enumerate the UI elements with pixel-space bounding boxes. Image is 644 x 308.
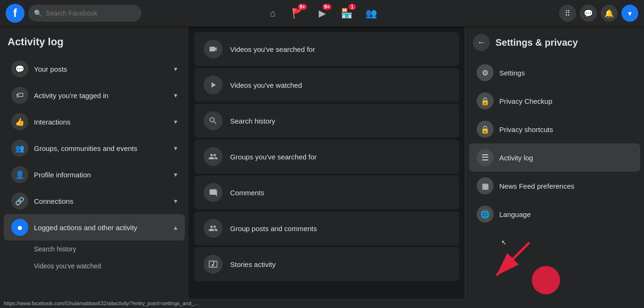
content-item-stories-activity[interactable]: Stories activity	[194, 247, 459, 281]
nav-home[interactable]: ⌂	[262, 2, 284, 25]
sidebar-item-label: Activity you're tagged in	[34, 92, 168, 100]
settings-icon: ⚙	[477, 64, 494, 81]
search-box[interactable]: 🔍	[28, 5, 141, 22]
sidebar-item-label: Profile information	[34, 171, 168, 179]
groups-sidebar-icon: 👥	[11, 140, 28, 157]
apps-button[interactable]: ⠿	[559, 5, 576, 22]
your-posts-icon: 💬	[11, 60, 28, 77]
content-item-label: Search history	[230, 117, 275, 125]
red-arrow-annotation: ↖	[473, 238, 567, 294]
right-panel-title: Settings & privacy	[495, 37, 578, 48]
activity-tagged-icon: 🏷	[11, 87, 28, 104]
right-panel-item-privacy-shortcuts[interactable]: 🔒 Privacy shortcuts	[469, 115, 640, 143]
news-feed-label: News Feed preferences	[499, 182, 574, 190]
content-item-label: Comments	[230, 189, 264, 197]
svg-line-0	[496, 242, 529, 275]
nav-watch[interactable]: ▶ 9+	[311, 2, 333, 25]
topnav-center: ⌂ 🚩 9+ ▶ 9+ 🏪 1 👥	[262, 2, 382, 25]
sidebar-item-groups[interactable]: 👥 Groups, communities and events ▾	[4, 135, 185, 161]
privacy-checkup-label: Privacy Checkup	[499, 97, 553, 105]
profile-info-icon: 👤	[11, 166, 28, 183]
comments-icon	[204, 183, 223, 202]
content-item-label: Group posts and comments	[230, 225, 317, 233]
watch-history-icon	[204, 75, 223, 94]
center-content: Videos you've searched for Videos you've…	[189, 26, 465, 308]
sidebar-item-label: Groups, communities and events	[34, 144, 168, 152]
sidebar-item-profile-info[interactable]: 👤 Profile information ▾	[4, 161, 185, 188]
facebook-logo[interactable]: f	[6, 4, 25, 23]
right-panel: ← Settings & privacy ⚙ Settings 🔒 Privac…	[465, 26, 644, 308]
svg-text:↖: ↖	[501, 239, 507, 246]
sidebar-item-interactions[interactable]: 👍 Interactions ▾	[4, 108, 185, 135]
nav-marketplace[interactable]: 🏪 1	[335, 2, 358, 25]
bell-icon: 🔔	[604, 9, 614, 18]
content-item-groups-searched[interactable]: Groups you've searched for	[194, 140, 459, 174]
messenger-icon: 💬	[584, 9, 593, 18]
marketplace-badge: 1	[348, 4, 356, 10]
svg-point-2	[532, 266, 560, 294]
right-panel-item-settings[interactable]: ⚙ Settings	[469, 58, 640, 87]
content-item-label: Groups you've searched for	[230, 153, 317, 161]
content-item-videos-watched[interactable]: Videos you've watched	[194, 68, 459, 102]
content-item-group-posts[interactable]: Group posts and comments	[194, 211, 459, 245]
content-item-videos-searched[interactable]: Videos you've searched for	[194, 32, 459, 66]
search-history-icon	[204, 111, 223, 130]
statusbar: https://www.facebook.com/Ghulamabbas632/…	[0, 299, 644, 308]
group-posts-icon	[204, 219, 223, 238]
bell-button[interactable]: 🔔	[601, 5, 618, 22]
subitem-label: Search history	[34, 245, 76, 253]
sidebar-title: Activity log	[0, 32, 189, 56]
content-item-label: Videos you've watched	[230, 81, 302, 89]
stories-icon	[204, 255, 223, 274]
sidebar-item-activity-tagged[interactable]: 🏷 Activity you're tagged in ▾	[4, 82, 185, 108]
content-item-comments[interactable]: Comments	[194, 175, 459, 209]
status-url: https://www.facebook.com/Ghulamabbas632/…	[4, 300, 198, 306]
topnav: f 🔍 ⌂ 🚩 9+ ▶ 9+ 🏪 1 👥 ⠿ 💬	[0, 0, 644, 26]
watch-badge: 9+	[322, 4, 331, 10]
home-icon: ⌂	[270, 8, 276, 19]
settings-label: Settings	[499, 69, 525, 77]
chevron-down-icon: ▾	[628, 9, 632, 18]
activity-log-label: Activity log	[499, 154, 533, 162]
sidebar-item-connections[interactable]: 🔗 Connections ▾	[4, 188, 185, 214]
video-search-icon	[204, 40, 223, 58]
privacy-checkup-icon: 🔒	[477, 92, 494, 109]
groups-icon: 👥	[365, 8, 377, 19]
sidebar-subitem-videos-watched[interactable]: Videos you've watched	[4, 258, 185, 275]
right-panel-item-privacy-checkup[interactable]: 🔒 Privacy Checkup	[469, 87, 640, 115]
nav-notifications[interactable]: 🚩 9+	[286, 2, 309, 25]
search-input[interactable]	[46, 9, 136, 17]
topnav-left: f 🔍	[6, 4, 141, 23]
sidebar-item-label: Logged actions and other activity	[34, 224, 168, 232]
logged-actions-icon: ●	[11, 219, 28, 236]
search-icon: 🔍	[34, 9, 42, 17]
chevron-right-icon: ▾	[174, 144, 177, 152]
privacy-shortcuts-icon: 🔒	[477, 121, 494, 138]
main-layout: Activity log 💬 Your posts ▾ 🏷 Activity y…	[0, 26, 644, 308]
chevron-right-icon: ▾	[174, 118, 177, 125]
content-item-search-history[interactable]: Search history	[194, 104, 459, 138]
messenger-button[interactable]: 💬	[580, 5, 597, 22]
sidebar-item-your-posts[interactable]: 💬 Your posts ▾	[4, 56, 185, 82]
right-panel-item-activity-log[interactable]: ☰ Activity log	[469, 143, 640, 172]
notification-badge: 9+	[298, 4, 307, 10]
sidebar-subitem-search-history[interactable]: Search history	[4, 241, 185, 258]
sidebar-item-label: Your posts	[34, 65, 168, 73]
subitem-label: Videos you've watched	[34, 262, 101, 270]
right-panel-item-language[interactable]: 🌐 Language	[469, 200, 640, 228]
chevron-right-icon: ▾	[174, 197, 177, 205]
content-item-label: Stories activity	[230, 260, 276, 268]
chevron-right-icon: ▾	[174, 92, 177, 99]
apps-icon: ⠿	[565, 9, 570, 18]
language-icon: 🌐	[477, 206, 494, 223]
sidebar-item-logged-actions[interactable]: ● Logged actions and other activity ▴	[4, 214, 185, 241]
nav-groups[interactable]: 👥	[360, 2, 382, 25]
right-panel-item-news-feed[interactable]: ▦ News Feed preferences	[469, 172, 640, 200]
connections-icon: 🔗	[11, 192, 28, 209]
groups-search-icon	[204, 147, 223, 166]
profile-menu-button[interactable]: ▾	[621, 5, 638, 22]
chevron-right-icon: ▾	[174, 171, 177, 178]
chevron-up-icon: ▴	[174, 224, 177, 231]
sidebar-item-label: Interactions	[34, 118, 168, 126]
back-button[interactable]: ←	[473, 34, 490, 51]
